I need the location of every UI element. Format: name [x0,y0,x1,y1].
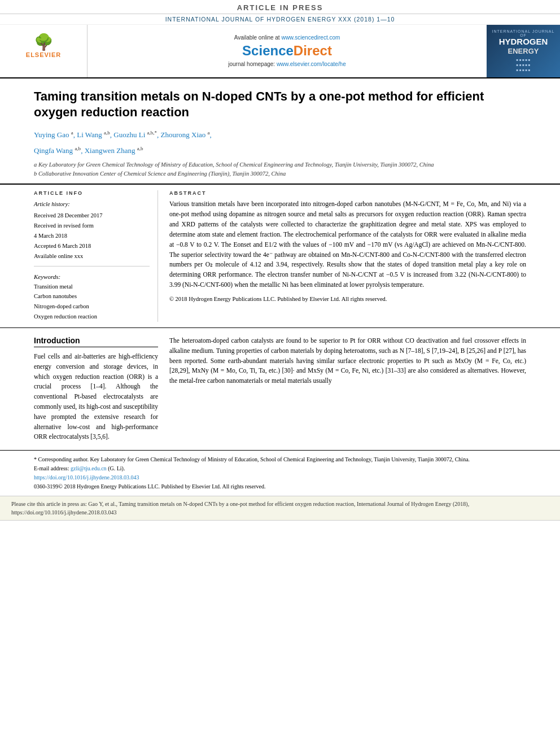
article-info-abstract-section: ARTICLE INFO Article history: Received 2… [0,184,560,327]
revised-date: 4 March 2018 [34,231,150,241]
abstract-text: Various transition metals have been inco… [169,199,526,304]
banner-text: ARTICLE IN PRESS [237,3,323,12]
journal-homepage-url[interactable]: www.elsevier.com/locate/he [277,61,346,67]
revised-label: Received in revised form [34,221,150,231]
doi-link[interactable]: https://doi.org/10.1016/j.ijhydene.2018.… [34,474,139,480]
article-in-press-banner: ARTICLE IN PRESS [0,0,560,14]
article-info-label: ARTICLE INFO [34,190,150,196]
author-yuying-gao: Yuying Gao [34,130,69,139]
keyword-1: Transition metal [34,282,150,292]
affiliation-b: b Collaborative Innovation Center of Che… [34,169,526,178]
abstract-copyright: © 2018 Hydrogen Energy Publications LLC.… [169,295,526,304]
hydrogen-energy-h-label: HYDROGEN [499,37,548,47]
hydrogen-energy-small-text: ■ ■ ■ ■ ■■ ■ ■ ■ ■■ ■ ■ ■ ■ [517,58,531,73]
hydrogen-energy-e-label: ENERGY [508,47,539,55]
affiliation-a: a Key Laboratory for Green Chemical Tech… [34,160,526,169]
elsevier-wordmark: ELSEVIER [15,51,72,58]
hydrogen-energy-intj-label: INTERNATIONAL JOURNAL OF [490,29,557,37]
email-link[interactable]: gzli@tju.edu.cn [71,465,107,471]
abstract-body: Various transition metals have been inco… [169,200,526,288]
intro-right-body: The heteroatom-doped carbon catalysts ar… [169,337,526,384]
author-xiangwen-zhang: Xiangwen Zhang [85,146,135,155]
top-logos-area: 🌳 ELSEVIER Available online at www.scien… [0,25,560,78]
intro-right-text: The heteroatom-doped carbon catalysts ar… [169,336,526,386]
keyword-4: Oxygen reduction reaction [34,312,150,322]
intro-left-col: Introduction Fuel cells and air-batterie… [34,336,158,442]
issn-line: 0360-3199© 2018 Hydrogen Energy Publicat… [34,482,526,491]
authors-line-1: Yuying Gao a, Li Wang a,b, Guozhu Li a,b… [34,129,526,141]
elsevier-logo-area: 🌳 ELSEVIER [0,25,88,77]
keywords-list: Transition metal Carbon nanotubes Nitrog… [34,282,150,322]
accepted-date: Accepted 6 March 2018 [34,241,150,251]
intro-right-col: The heteroatom-doped carbon catalysts ar… [169,336,526,442]
email-name: (G. Li). [108,465,125,471]
sciencedirect-url[interactable]: www.sciencedirect.com [281,34,340,41]
doi-line: https://doi.org/10.1016/j.ijhydene.2018.… [34,473,526,482]
keyword-2: Carbon nanotubes [34,291,150,302]
affiliations: a Key Laboratory for Green Chemical Tech… [34,160,526,178]
author-qingfa-wang: Qingfa Wang [34,146,73,155]
introduction-heading: Introduction [34,336,158,347]
introduction-section: Introduction Fuel cells and air-batterie… [0,327,560,450]
available-online-text: Available online at www.sciencedirect.co… [234,34,340,41]
corresponding-author-note: * Corresponding author. Key Laboratory f… [34,455,526,464]
elsevier-logo-box: 🌳 ELSEVIER [15,33,72,69]
history-label: Article history: [34,199,150,209]
email-label: E-mail address: [34,465,69,471]
article-title-section: Taming transition metals on N-doped CNTs… [0,78,560,185]
sciencedirect-logo: ScienceDirect [242,43,332,59]
authors-line-2: Qingfa Wang a,b, Xiangwen Zhang a,b [34,145,526,157]
abstract-right-col: ABSTRACT Various transition metals have … [169,190,526,321]
author-guozhu-li: Guozhu Li [113,130,145,139]
journal-header-text: INTERNATIONAL JOURNAL OF HYDROGEN ENERGY… [165,16,395,23]
journal-homepage-text: journal homepage: www.elsevier.com/locat… [228,61,345,67]
sciencedirect-center: Available online at www.sciencedirect.co… [88,25,487,77]
article-history: Article history: Received 28 December 20… [34,199,150,261]
abstract-label: ABSTRACT [169,190,526,196]
intro-left-body: Fuel cells and air-batteries are high-ef… [34,353,158,440]
intro-left-text: Fuel cells and air-batteries are high-ef… [34,352,158,442]
intro-two-col: Introduction Fuel cells and air-batterie… [34,336,526,442]
received-date: Received 28 December 2017 [34,211,150,221]
journal-header-line: INTERNATIONAL JOURNAL OF HYDROGEN ENERGY… [0,14,560,25]
footnote-section: * Corresponding author. Key Laboratory f… [0,450,560,496]
email-line: E-mail address: gzli@tju.edu.cn (G. Li). [34,464,526,473]
available-online: Available online xxx [34,251,150,261]
citation-text: Please cite this article in press as: Ga… [11,501,469,516]
hydrogen-energy-journal-box: INTERNATIONAL JOURNAL OF HYDROGEN ENERGY… [487,25,560,77]
article-main-title: Taming transition metals on N-doped CNTs… [34,89,526,121]
elsevier-tree-icon: 🌳 [15,33,72,51]
author-li-wang: Li Wang [77,130,102,139]
keywords-section: Keywords: Transition metal Carbon nanotu… [34,273,150,322]
keyword-3: Nitrogen-doped carbon [34,302,150,312]
author-zhourong-xiao: Zhourong Xiao [161,130,206,139]
keywords-label: Keywords: [34,273,150,280]
citation-bar: Please cite this article in press as: Ga… [0,496,560,521]
article-info-left-col: ARTICLE INFO Article history: Received 2… [34,190,158,321]
